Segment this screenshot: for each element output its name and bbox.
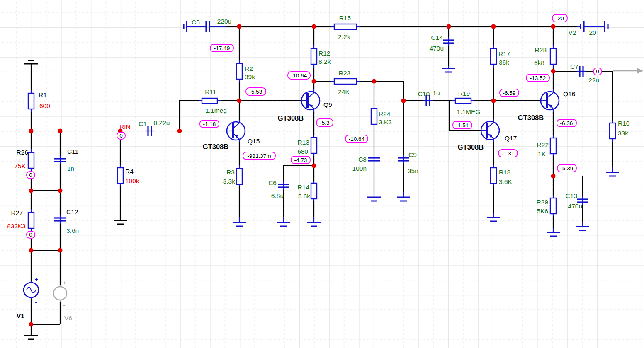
R23-label: R23 bbox=[339, 70, 350, 77]
R3-label: R3 bbox=[226, 169, 235, 176]
R10-value: 33k bbox=[618, 130, 628, 137]
probe-value: -981.37m bbox=[247, 153, 271, 159]
R11-label: R11 bbox=[205, 88, 216, 95]
C9-value: 35n bbox=[408, 167, 418, 174]
probe-rail-right[interactable]: -20 bbox=[552, 15, 567, 22]
V6-plus: + bbox=[63, 280, 66, 286]
probe-q15-emitter[interactable]: -981.37m bbox=[243, 152, 275, 160]
Q9-label: Q9 bbox=[323, 101, 332, 108]
R17-value: 36k bbox=[499, 59, 509, 66]
probe-value: -5.53 bbox=[250, 89, 262, 95]
probe-value: 0 bbox=[596, 68, 599, 75]
C6-value: 6.8u bbox=[271, 192, 284, 199]
R27-value: 833K3 bbox=[7, 222, 26, 230]
probe-value: -6.36 bbox=[560, 120, 573, 126]
probe-rin[interactable]: 0 bbox=[117, 132, 125, 139]
R13-value: 680 bbox=[297, 148, 308, 155]
R2-label: R2 bbox=[245, 65, 253, 72]
probe-q9-collector[interactable]: -10.64 bbox=[288, 72, 310, 79]
C9-label: C9 bbox=[408, 151, 417, 158]
R24-label: R24 bbox=[379, 110, 391, 117]
probe-q17-base[interactable]: -1.51 bbox=[453, 121, 472, 129]
R19-value: 1.1MEG bbox=[457, 108, 481, 115]
probe-value: 0 bbox=[29, 172, 32, 178]
C8-value: 100n bbox=[352, 165, 367, 172]
C11-value: 1n bbox=[67, 165, 74, 172]
probe-value: -10.64 bbox=[291, 72, 307, 79]
probe-q17-collector[interactable]: -6.59 bbox=[500, 89, 519, 97]
R23-value: 24K bbox=[338, 88, 350, 95]
R1-label: R1 bbox=[39, 91, 47, 98]
schematic-canvas[interactable]: R1 600 R26 75K R27 833K3 R4 100k R2 39k … bbox=[0, 0, 644, 348]
probe-r13-bottom[interactable]: -4.73 bbox=[291, 156, 310, 164]
probe-q16-collector[interactable]: -13.52 bbox=[526, 74, 549, 82]
R1-value: 600 bbox=[39, 102, 50, 109]
probe-output[interactable]: 0 bbox=[593, 68, 602, 75]
R26-label: R26 bbox=[17, 149, 28, 156]
R4-value: 100k bbox=[125, 177, 139, 184]
probe-r24-bottom[interactable]: -10.64 bbox=[345, 135, 368, 143]
probe-value: -20 bbox=[556, 15, 564, 22]
R14-value: 5.6k bbox=[298, 193, 311, 200]
C13-value: 470u bbox=[568, 203, 582, 210]
probe-q15-base[interactable]: -1.18 bbox=[200, 120, 219, 128]
C12-label: C12 bbox=[66, 208, 78, 215]
probe-value: -17.49 bbox=[214, 45, 230, 51]
probe-r26-bottom[interactable]: 0 bbox=[27, 172, 35, 179]
probe-value: -6.59 bbox=[503, 90, 516, 96]
C5-label: C5 bbox=[192, 19, 200, 26]
Q15-label: Q15 bbox=[248, 138, 260, 145]
probe-value: -13.52 bbox=[530, 75, 546, 81]
C1-value: 0.22u bbox=[154, 119, 170, 126]
probe-q15-collector[interactable]: -5.53 bbox=[246, 88, 266, 95]
C12-value: 3.6n bbox=[66, 227, 79, 234]
V1-label: V1 bbox=[17, 312, 24, 319]
R12-label: R12 bbox=[318, 50, 330, 57]
Q15-part: GT308B bbox=[203, 143, 228, 150]
R27-label: R27 bbox=[11, 209, 23, 216]
V1-minus: - bbox=[35, 298, 37, 307]
R18-label: R18 bbox=[499, 169, 510, 176]
probe-r22-bottom[interactable]: -5.39 bbox=[557, 164, 576, 172]
R22-value: 1K bbox=[538, 150, 546, 157]
R26-value: 75K bbox=[14, 162, 26, 169]
probe-r27-bottom[interactable]: 0 bbox=[27, 231, 35, 238]
C8-label: C8 bbox=[358, 156, 367, 163]
probe-value: 0 bbox=[119, 133, 123, 139]
probe-value: -1.31 bbox=[502, 150, 515, 157]
Q16-label: Q16 bbox=[563, 90, 575, 97]
probe-q17-emitter[interactable]: -1.31 bbox=[498, 150, 518, 157]
probe-value: 0 bbox=[29, 232, 32, 238]
V6-minus: - bbox=[63, 301, 66, 309]
R19-label: R19 bbox=[458, 90, 470, 97]
probe-q16-emitter[interactable]: -6.36 bbox=[557, 119, 576, 127]
R14-label: R14 bbox=[298, 184, 310, 191]
V6-label: V6 bbox=[64, 314, 72, 321]
Q16-part: GT308B bbox=[518, 114, 544, 121]
C5-value: 220u bbox=[217, 18, 231, 25]
C13-label: C13 bbox=[566, 192, 577, 199]
Q17-part: GT308B bbox=[458, 143, 484, 151]
R11-value: 1.1meg bbox=[205, 107, 227, 114]
R28-value: 6k8 bbox=[534, 59, 544, 66]
R4-label: R4 bbox=[125, 168, 134, 175]
C10-value: 1u bbox=[433, 89, 440, 97]
R10-label: R10 bbox=[618, 120, 630, 127]
probe-value: -1.51 bbox=[456, 122, 469, 128]
Q9-part: GT308B bbox=[278, 114, 304, 122]
C14-label: C14 bbox=[431, 34, 443, 41]
probe-rail-left[interactable]: -17.49 bbox=[210, 44, 233, 52]
schematic-editor: R1 600 R26 75K R27 833K3 R4 100k R2 39k … bbox=[0, 0, 644, 348]
probe-q9-emitter[interactable]: -5.3 bbox=[316, 119, 333, 126]
probe-value: -10.64 bbox=[349, 136, 365, 142]
C14-value: 470u bbox=[430, 45, 444, 52]
R29-label: R29 bbox=[537, 198, 548, 205]
C6-label: C6 bbox=[268, 179, 277, 186]
probe-value: -5.39 bbox=[561, 165, 574, 172]
R22-label: R22 bbox=[537, 141, 549, 148]
C7-value: 22u bbox=[588, 77, 599, 84]
probe-value: -5.3 bbox=[320, 120, 329, 126]
R3-value: 3.3k bbox=[223, 178, 236, 185]
R12-value: 8.2k bbox=[318, 58, 331, 65]
probe-value: -4.73 bbox=[294, 157, 307, 163]
